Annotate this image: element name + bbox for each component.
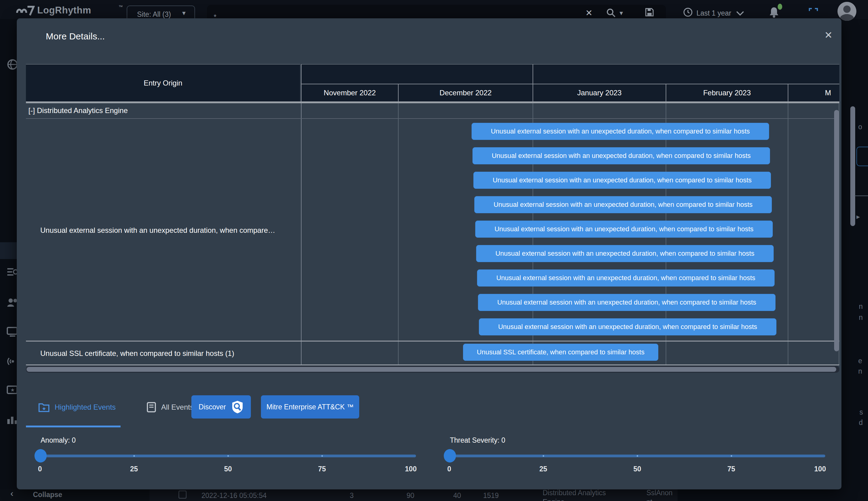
- tab-all-events[interactable]: All Events: [146, 402, 194, 413]
- entry-origin-header: Entry Origin: [26, 64, 300, 102]
- row-value: 90: [407, 491, 415, 500]
- screen: LogRhythm ™ Site: All (3) ▾ * ✕ ▾ Last 1…: [0, 0, 868, 501]
- search-clear-icon[interactable]: ✕: [585, 8, 592, 18]
- svg-text:★: ★: [42, 406, 46, 411]
- time-range-chevron-icon[interactable]: [736, 11, 744, 16]
- logo-trademark: ™: [118, 4, 123, 9]
- anomaly-slider-group: Anomaly: 0 0 25 50 75 100: [40, 434, 416, 480]
- event-pill[interactable]: Unusual external session with an unexpec…: [477, 269, 774, 287]
- anomaly-slider-thumb[interactable]: [34, 449, 47, 462]
- month-header: January 2023: [532, 84, 666, 102]
- site-caret-icon: ▾: [182, 9, 186, 17]
- event-pill[interactable]: Unusual external session with an unexpec…: [473, 172, 771, 189]
- anomaly-slider-track[interactable]: [40, 455, 416, 457]
- anomaly-slider-label: Anomaly: 0: [41, 436, 76, 445]
- edge-fragment: n: [858, 367, 862, 375]
- ssl-row-label: Unusual SSL certificate, when compared t…: [40, 349, 234, 358]
- month-header: February 2023: [666, 84, 788, 102]
- mitre-label: Mitre Enterprise ATT&CK ™: [266, 403, 354, 411]
- event-pill[interactable]: Unusual external session with an unexpec…: [472, 147, 770, 164]
- threat-severity-slider-track[interactable]: [449, 455, 825, 457]
- tick-label: 0: [38, 465, 42, 473]
- edge-fragment-line: [855, 195, 868, 196]
- save-search-icon[interactable]: [645, 7, 655, 17]
- edge-fragment: d: [859, 418, 863, 427]
- grid-line: [301, 103, 301, 365]
- tick-label: 100: [405, 465, 417, 473]
- expand-icon[interactable]: [809, 8, 818, 17]
- row-value: 3: [350, 491, 354, 500]
- sidebar-footer: ‹ Collapse: [0, 489, 150, 501]
- tick-label: 0: [448, 465, 451, 473]
- event-pill[interactable]: Unusual external session with an unexpec…: [479, 318, 777, 335]
- month-label: November 2022: [324, 88, 376, 97]
- list-doc-icon: [146, 402, 156, 413]
- row-divider: [26, 364, 839, 365]
- notification-dot: [778, 4, 782, 10]
- collapse-chevron-icon[interactable]: ‹: [10, 488, 13, 499]
- row-divider: [26, 341, 839, 342]
- top-bar: LogRhythm ™ Site: All (3) ▾ * ✕ ▾ Last 1…: [0, 0, 868, 19]
- tick-label: 100: [814, 465, 826, 473]
- month-label: January 2023: [577, 88, 622, 97]
- month-header: M: [788, 84, 839, 102]
- discover-label: Discover: [199, 403, 226, 411]
- row-type-line2: nt: [646, 498, 652, 501]
- logrhythm-logo-icon: [16, 5, 35, 16]
- month-label: February 2023: [703, 88, 751, 97]
- edge-fragment: o: [858, 123, 862, 131]
- tick-label: 75: [318, 465, 326, 473]
- time-range-label[interactable]: Last 1 year: [696, 9, 731, 18]
- edge-fragment: e: [858, 357, 862, 365]
- search-icon[interactable]: [606, 8, 616, 18]
- horizontal-scrollbar[interactable]: [26, 367, 836, 372]
- timeline-table: Entry Origin November 2022 December 2022…: [26, 64, 839, 373]
- row-checkbox[interactable]: [178, 491, 186, 499]
- close-icon[interactable]: ✕: [824, 29, 833, 41]
- threat-severity-slider-group: Threat Severity: 0 0 25 50 75 100: [449, 434, 825, 480]
- row-type-line1: SslAnon: [646, 489, 673, 497]
- left-sidebar: ★: [0, 19, 17, 489]
- svg-text:★: ★: [10, 387, 15, 393]
- row-divider: [26, 118, 839, 119]
- event-pill[interactable]: Unusual external session with an unexpec…: [478, 294, 776, 311]
- tick-label: 25: [130, 465, 138, 473]
- bottom-strip: ‹ Collapse 2022-12-16 05:05:54 3 90 40 1…: [0, 489, 868, 501]
- discover-button[interactable]: Discover: [191, 395, 251, 418]
- modal-vertical-scrollbar[interactable]: [834, 110, 839, 351]
- row-value: 1519: [483, 491, 499, 500]
- tab-highlighted-events[interactable]: ★ Highlighted Events: [38, 402, 116, 413]
- collapse-button[interactable]: Collapse: [33, 491, 62, 499]
- page-scrollbar[interactable]: [850, 106, 855, 226]
- header-separator: [26, 102, 839, 103]
- active-tab-indicator: [26, 426, 121, 427]
- folder-star-icon: ★: [38, 402, 50, 413]
- tab-label: All Events: [161, 403, 194, 412]
- tick-label: 50: [633, 465, 641, 473]
- shield-search-icon: [231, 400, 243, 414]
- session-row-label: Unusual external session with an unexpec…: [40, 226, 275, 235]
- search-options-caret-icon[interactable]: ▾: [619, 9, 623, 17]
- month-label: December 2022: [439, 88, 492, 97]
- group-header-cell: [532, 64, 839, 84]
- threat-severity-slider-thumb[interactable]: [444, 449, 456, 462]
- group-row-label[interactable]: [-] Distributed Analytics Engine: [29, 106, 128, 115]
- event-pill[interactable]: Unusual external session with an unexpec…: [472, 123, 769, 140]
- avatar[interactable]: [837, 2, 856, 21]
- event-pill[interactable]: Unusual external session with an unexpec…: [475, 221, 773, 238]
- grid-line: [788, 103, 788, 365]
- tab-label: Highlighted Events: [55, 403, 116, 412]
- clock-icon: [683, 7, 693, 17]
- mitre-attack-button[interactable]: Mitre Enterprise ATT&CK ™: [261, 395, 359, 418]
- event-pill[interactable]: Unusual external session with an unexpec…: [476, 245, 774, 262]
- tick-label: 75: [727, 465, 735, 473]
- month-label: M: [825, 88, 831, 97]
- event-pill-ssl[interactable]: Unusual SSL certificate, when compared t…: [463, 344, 658, 361]
- site-dropdown-label: Site: All (3): [137, 10, 171, 19]
- edge-fragment: n: [859, 302, 863, 311]
- edge-fragment: s: [859, 408, 863, 416]
- tick-label: 50: [224, 465, 232, 473]
- event-pill[interactable]: Unusual external session with an unexpec…: [474, 196, 772, 213]
- edge-triangle-icon: ▸: [856, 213, 860, 221]
- row-origin-line1: Distributed Analytics: [543, 489, 606, 497]
